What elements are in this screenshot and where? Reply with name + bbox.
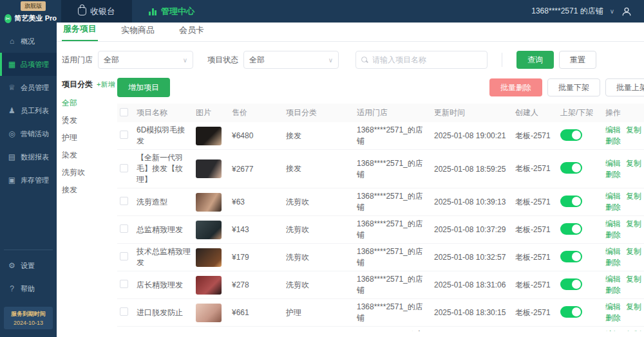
category-item-extension[interactable]: 接发 bbox=[62, 185, 116, 196]
delete-link[interactable]: 删除 bbox=[605, 258, 621, 267]
expiry-date: 2024-10-13 bbox=[5, 320, 52, 326]
sidebar-item-label: 库存管理 bbox=[21, 176, 49, 185]
chevron-down-icon[interactable]: ∨ bbox=[610, 8, 614, 15]
add-item-button[interactable]: 增加项目 bbox=[117, 78, 170, 97]
item-image bbox=[196, 331, 222, 332]
search-input[interactable] bbox=[372, 55, 482, 64]
row-checkbox[interactable] bbox=[120, 197, 128, 205]
sidebar-item-marketing[interactable]: ◎ 营销活动 bbox=[0, 122, 57, 145]
edit-link[interactable]: 编辑 bbox=[605, 125, 621, 134]
sidebar-item-label: 品项管理 bbox=[21, 60, 49, 69]
sidebar-item-label: 概况 bbox=[21, 37, 35, 46]
store-filter-select[interactable]: 全部 ∨ bbox=[98, 51, 193, 69]
row-checkbox[interactable] bbox=[120, 131, 128, 139]
sidebar-item-members[interactable]: ♕ 会员管理 bbox=[0, 76, 57, 99]
table-row: 总监精致理发 ¥143 洗剪吹 1368****2571_的店铺 2025-01… bbox=[117, 216, 644, 244]
row-checkbox[interactable] bbox=[120, 164, 128, 172]
shelf-toggle[interactable] bbox=[560, 162, 582, 174]
item-category: 洗剪吹 bbox=[283, 188, 354, 216]
item-updated: 2025-01-08 18:30:15 bbox=[431, 299, 513, 327]
tab-cashier[interactable]: 收银台 bbox=[61, 0, 132, 23]
edit-link[interactable]: 编辑 bbox=[605, 302, 621, 311]
table-row: 【全新一代羽毛】接发【纹理】 ¥2677 接发 1368****2571_的店铺… bbox=[117, 150, 644, 188]
shelf-toggle[interactable] bbox=[560, 223, 582, 235]
select-all-checkbox[interactable] bbox=[120, 108, 128, 116]
item-price: ¥278 bbox=[229, 271, 283, 299]
shelf-toggle[interactable] bbox=[560, 278, 582, 290]
table-row: 洗剪造型 ¥63 洗剪吹 1368****2571_的店铺 2025-01-08… bbox=[117, 188, 644, 216]
header-right: 1368****2571 的店铺 ∨ bbox=[531, 6, 644, 17]
delete-link[interactable]: 删除 bbox=[605, 286, 621, 295]
shelf-toggle[interactable] bbox=[560, 306, 582, 318]
delete-link[interactable]: 删除 bbox=[605, 313, 621, 322]
shelf-toggle[interactable] bbox=[560, 251, 582, 262]
edit-link[interactable]: 编辑 bbox=[605, 192, 621, 201]
sidebar-item-overview[interactable]: ⌂ 概况 bbox=[0, 30, 57, 53]
category-item-cut[interactable]: 洗剪吹 bbox=[62, 167, 116, 178]
item-updated: 2025-01-08 18:27:21 bbox=[431, 327, 513, 332]
copy-link[interactable]: 复制 bbox=[626, 159, 641, 168]
item-price: ¥480 bbox=[229, 327, 283, 332]
shelf-toggle[interactable] bbox=[560, 196, 582, 207]
col-creator: 创建人 bbox=[513, 104, 558, 122]
batch-on-shelf-button[interactable]: 批量上架 bbox=[605, 78, 644, 96]
sidebar-item-staff[interactable]: ♟ 员工列表 bbox=[0, 99, 57, 122]
status-filter-select[interactable]: 全部 ∨ bbox=[243, 51, 339, 69]
copy-link[interactable]: 复制 bbox=[626, 192, 641, 201]
sidebar-item-settings[interactable]: ⚙ 设置 bbox=[0, 254, 57, 277]
user-icon[interactable] bbox=[621, 6, 632, 17]
tab-service-items[interactable]: 服务项目 bbox=[62, 23, 98, 41]
staff-icon: ♟ bbox=[8, 106, 16, 115]
row-checkbox[interactable] bbox=[120, 280, 128, 288]
search-button[interactable]: 查询 bbox=[516, 51, 554, 69]
row-checkbox[interactable] bbox=[120, 307, 128, 316]
copy-link[interactable]: 复制 bbox=[626, 125, 641, 134]
store-filter-label: 适用门店 bbox=[62, 55, 93, 66]
sidebar-item-help[interactable]: ? 帮助 bbox=[0, 277, 57, 300]
col-image: 图片 bbox=[193, 104, 229, 122]
copy-link[interactable]: 复制 bbox=[626, 247, 641, 256]
delete-link[interactable]: 删除 bbox=[605, 230, 621, 239]
home-icon: ⌂ bbox=[8, 37, 16, 46]
edit-link[interactable]: 编辑 bbox=[605, 330, 621, 331]
tab-physical-goods[interactable]: 实物商品 bbox=[120, 24, 156, 41]
store-name[interactable]: 1368****2571 的店铺 bbox=[531, 6, 603, 17]
sidebar-item-label: 设置 bbox=[21, 261, 35, 271]
tab-management-center[interactable]: 管理中心 bbox=[132, 0, 211, 23]
copy-link[interactable]: 复制 bbox=[626, 219, 641, 228]
reset-button[interactable]: 重置 bbox=[559, 51, 596, 69]
delete-link[interactable]: 删除 bbox=[605, 136, 621, 145]
item-image bbox=[196, 159, 222, 178]
delete-link[interactable]: 删除 bbox=[605, 170, 621, 179]
category-item-care[interactable]: 护理 bbox=[62, 132, 116, 143]
edit-link[interactable]: 编辑 bbox=[605, 275, 621, 284]
row-checkbox[interactable] bbox=[120, 252, 128, 260]
category-item-all[interactable]: 全部 bbox=[62, 98, 116, 109]
item-creator: 老板-2571 bbox=[513, 216, 558, 244]
add-category-button[interactable]: +新增 bbox=[97, 80, 115, 89]
edit-link[interactable]: 编辑 bbox=[605, 247, 621, 256]
items-table: 项目名称 图片 售价 项目分类 适用门店 更新时间 创建人 上架/下架 操作 6… bbox=[117, 104, 644, 331]
copy-link[interactable]: 复制 bbox=[626, 302, 641, 311]
batch-delete-button[interactable]: 批量删除 bbox=[489, 78, 542, 96]
sidebar-item-items-management[interactable]: ▦ 品项管理 bbox=[0, 53, 57, 76]
tab-membership-card[interactable]: 会员卡 bbox=[178, 24, 205, 41]
item-store: 1368****2571_的店铺 bbox=[354, 244, 431, 271]
item-category: 护理 bbox=[283, 299, 354, 327]
help-icon: ? bbox=[8, 284, 16, 293]
batch-off-shelf-button[interactable]: 批量下架 bbox=[547, 78, 600, 96]
item-name: 店长精致理发 bbox=[134, 271, 193, 299]
copy-link[interactable]: 复制 bbox=[626, 330, 641, 331]
col-price: 售价 bbox=[229, 104, 283, 122]
category-item-perm[interactable]: 烫发 bbox=[62, 115, 116, 126]
category-item-dye[interactable]: 染发 bbox=[62, 150, 116, 161]
item-creator: 老板-2571 bbox=[513, 244, 558, 271]
row-checkbox[interactable] bbox=[120, 224, 128, 233]
delete-link[interactable]: 删除 bbox=[605, 203, 621, 212]
sidebar-item-reports[interactable]: ▤ 数据报表 bbox=[0, 145, 57, 168]
shelf-toggle[interactable] bbox=[560, 129, 582, 141]
edit-link[interactable]: 编辑 bbox=[605, 159, 621, 168]
copy-link[interactable]: 复制 bbox=[626, 275, 641, 284]
sidebar-item-inventory[interactable]: ▣ 库存管理 bbox=[0, 168, 57, 192]
edit-link[interactable]: 编辑 bbox=[605, 219, 621, 228]
